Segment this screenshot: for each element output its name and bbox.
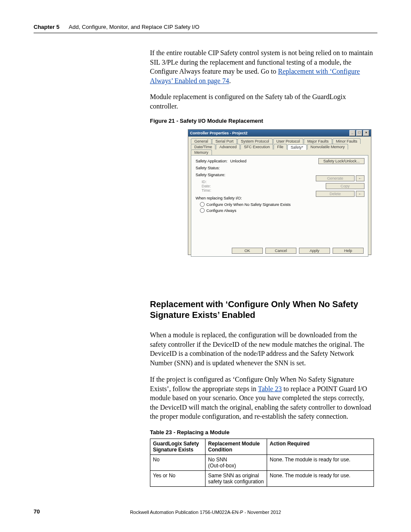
apply-button[interactable]: Apply bbox=[299, 248, 330, 254]
chapter-label: Chapter 5 bbox=[34, 24, 59, 30]
tab-advanced[interactable]: Advanced bbox=[216, 144, 240, 149]
generate-arrow-button[interactable]: ← bbox=[356, 175, 364, 181]
tab-serial-port[interactable]: Serial Port bbox=[212, 138, 237, 144]
section-heading-configure-only: Replacement with ‘Configure Only When No… bbox=[150, 299, 374, 320]
p1-text-b: . bbox=[229, 77, 231, 84]
tab-row-1: General Serial Port System Protocol User… bbox=[188, 137, 371, 144]
delete-button[interactable]: Delete bbox=[316, 191, 355, 197]
ok-button[interactable]: OK bbox=[232, 248, 263, 254]
tab-nonvolatile-memory[interactable]: Nonvolatile Memory bbox=[307, 144, 349, 149]
dialog-title-text: Controller Properties - Project2 bbox=[190, 130, 248, 137]
page-header: Chapter 5 Add, Configure, Monitor, and R… bbox=[34, 24, 377, 33]
tab-date-time[interactable]: Date/Time bbox=[191, 144, 215, 149]
publication-id: Rockwell Automation Publication 1756-UM0… bbox=[0, 510, 411, 515]
tab-major-faults[interactable]: Major Faults bbox=[304, 138, 332, 144]
help-button[interactable]: Help bbox=[333, 248, 364, 254]
cell-sig-1: No bbox=[150, 455, 206, 471]
safety-tab-body: Safety Application: Unlocked Safety Stat… bbox=[191, 155, 368, 257]
maximize-icon[interactable]: □ bbox=[356, 130, 362, 136]
tab-row-2: Date/Time Advanced SFC Execution File Sa… bbox=[188, 144, 371, 155]
tab-general[interactable]: General bbox=[191, 138, 212, 144]
safety-lock-unlock-button[interactable]: Safety Lock/Unlock... bbox=[318, 158, 364, 164]
radio-configure-only[interactable]: Configure Only When No Safety Signature … bbox=[200, 202, 364, 207]
tab-memory[interactable]: Memory bbox=[191, 149, 212, 155]
dialog-titlebar: Controller Properties - Project2 _ □ × bbox=[188, 130, 371, 137]
radio-opt2-label: Configure Always bbox=[206, 208, 237, 213]
safety-application-value: Unlocked bbox=[230, 159, 247, 163]
para-intro-2: Module replacement is configured on the … bbox=[150, 92, 374, 111]
cancel-button[interactable]: Cancel bbox=[265, 248, 296, 254]
tab-system-protocol[interactable]: System Protocol bbox=[237, 138, 273, 144]
tab-minor-faults[interactable]: Minor Faults bbox=[333, 138, 361, 144]
tab-safety[interactable]: Safety* bbox=[287, 144, 307, 150]
cell-action-1: None. The module is ready for use. bbox=[267, 455, 374, 471]
table-row: Yes or No Same SNN as original safety ta… bbox=[150, 471, 374, 487]
para-body-3: When a module is replaced, the configura… bbox=[150, 330, 374, 367]
tab-user-protocol[interactable]: User Protocol bbox=[273, 138, 304, 144]
radio-opt1-label: Configure Only When No Safety Signature … bbox=[206, 202, 291, 207]
controller-properties-dialog: Controller Properties - Project2 _ □ × G… bbox=[188, 129, 371, 255]
para-intro-1: If the entire routable CIP Safety contro… bbox=[150, 48, 374, 85]
table-23-caption: Table 23 - Replacing a Module bbox=[150, 429, 230, 436]
radio-configure-always[interactable]: Configure Always bbox=[200, 208, 364, 213]
cell-cond-1: No SNN (Out-of-box) bbox=[206, 455, 267, 471]
cell-action-2: None. The module is ready for use. bbox=[267, 471, 374, 487]
safety-application-label: Safety Application: bbox=[196, 159, 227, 163]
figure-21-caption: Figure 21 - Safety I/O Module Replacemen… bbox=[150, 118, 263, 124]
cell-cond-2: Same SNN as original safety task configu… bbox=[206, 471, 267, 487]
radio-icon bbox=[200, 208, 205, 213]
para-body-4: If the project is configured as ‘Configu… bbox=[150, 375, 374, 421]
minimize-icon[interactable]: _ bbox=[349, 130, 355, 136]
th-module-condition: Replacement Module Condition bbox=[206, 439, 267, 455]
table-23: GuardLogix Safety Signature Exists Repla… bbox=[150, 439, 374, 487]
close-icon[interactable]: × bbox=[363, 130, 369, 136]
th-signature-exists: GuardLogix Safety Signature Exists bbox=[150, 439, 206, 455]
delete-arrow-button[interactable]: ← bbox=[356, 191, 364, 197]
radio-icon bbox=[200, 202, 205, 207]
generate-button[interactable]: Generate bbox=[316, 175, 355, 181]
tab-file[interactable]: File bbox=[274, 144, 287, 149]
link-table-23[interactable]: Table 23 bbox=[258, 385, 282, 392]
tab-sfc-execution[interactable]: SFC Execution bbox=[240, 144, 273, 149]
th-action-required: Action Required bbox=[267, 439, 374, 455]
chapter-title: Add, Configure, Monitor, and Replace CIP… bbox=[69, 24, 199, 30]
copy-button[interactable]: Copy bbox=[326, 183, 364, 189]
cell-sig-2: Yes or No bbox=[150, 471, 206, 487]
table-row: No No SNN (Out-of-box) None. The module … bbox=[150, 455, 374, 471]
